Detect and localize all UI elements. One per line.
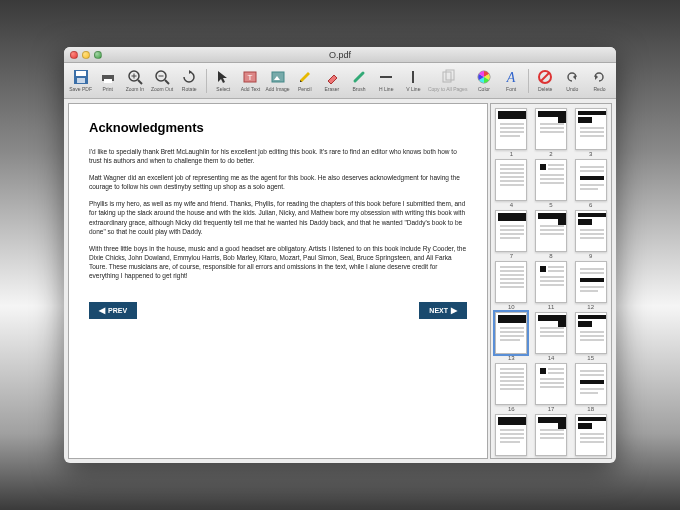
zoom-out-icon <box>154 69 170 85</box>
zoom-in-button[interactable]: Zoom In <box>122 65 147 97</box>
svg-rect-2 <box>77 78 85 83</box>
window-title: O.pdf <box>64 50 616 60</box>
separator <box>528 69 529 93</box>
paragraph: Matt Wagner did an excellent job of repr… <box>89 173 467 191</box>
thumbnail-number: 20 <box>548 457 555 459</box>
hline-button[interactable]: H Line <box>374 65 399 97</box>
thumbnail[interactable]: 6 <box>574 159 608 208</box>
thumbnail-number: 10 <box>508 304 515 310</box>
thumbnail-number: 11 <box>548 304 555 310</box>
thumbnail-number: 21 <box>587 457 594 459</box>
thumbnail[interactable]: 17 <box>534 363 568 412</box>
print-button[interactable]: Print <box>95 65 120 97</box>
zoom-in-icon <box>127 69 143 85</box>
svg-line-30 <box>541 73 549 81</box>
no-entry-icon <box>537 69 553 85</box>
font-button[interactable]: A Font <box>499 65 524 97</box>
redo-icon <box>591 69 607 85</box>
zoom-out-button[interactable]: Zoom Out <box>149 65 174 97</box>
thumbnail[interactable]: 2 <box>534 108 568 157</box>
vline-button[interactable]: V Line <box>401 65 426 97</box>
thumbnail[interactable]: 11 <box>534 261 568 310</box>
rotate-button[interactable]: Rotate <box>177 65 202 97</box>
thumbnail-number: 19 <box>508 457 515 459</box>
thumbnail-number: 5 <box>549 202 552 208</box>
undo-icon <box>564 69 580 85</box>
thumbnail-number: 16 <box>508 406 515 412</box>
pencil-icon <box>297 69 313 85</box>
save-pdf-button[interactable]: Save PDF <box>68 65 93 97</box>
copy-icon <box>440 69 456 85</box>
thumbnail[interactable]: 18 <box>574 363 608 412</box>
thumbnail[interactable]: 1 <box>494 108 528 157</box>
thumbnail-number: 1 <box>510 151 513 157</box>
svg-marker-31 <box>573 74 576 80</box>
next-button[interactable]: NEXT ▶ <box>419 302 467 319</box>
thumbnail[interactable]: 9 <box>574 210 608 259</box>
copy-all-pages-button[interactable]: Copy to All Pages <box>428 65 467 97</box>
vline-icon <box>405 69 421 85</box>
prev-button[interactable]: ◀ PREV <box>89 302 137 319</box>
thumbnail-number: 13 <box>508 355 515 361</box>
titlebar: O.pdf <box>64 47 616 63</box>
thumbnail-number: 8 <box>549 253 552 259</box>
thumbnail[interactable]: 14 <box>534 312 568 361</box>
thumbnail[interactable]: 10 <box>494 261 528 310</box>
brush-button[interactable]: Brush <box>346 65 371 97</box>
thumbnail-number: 9 <box>589 253 592 259</box>
thumbnail-number: 4 <box>510 202 513 208</box>
page-view: Acknowledgments I'd like to specially th… <box>68 103 488 459</box>
thumbnail[interactable]: 7 <box>494 210 528 259</box>
add-text-button[interactable]: T Add Text <box>238 65 263 97</box>
thumbnail-panel[interactable]: 123456789101112131415161718192021 <box>490 103 612 459</box>
thumbnail[interactable]: 5 <box>534 159 568 208</box>
thumbnail[interactable]: 12 <box>574 261 608 310</box>
arrow-right-icon: ▶ <box>451 306 457 315</box>
eraser-icon <box>324 69 340 85</box>
thumbnail[interactable]: 21 <box>574 414 608 459</box>
pencil-button[interactable]: Pencil <box>292 65 317 97</box>
eraser-button[interactable]: Eraser <box>319 65 344 97</box>
floppy-icon <box>73 69 89 85</box>
thumbnail[interactable]: 3 <box>574 108 608 157</box>
paragraph: With three little boys in the house, mus… <box>89 244 467 280</box>
svg-line-11 <box>165 80 169 84</box>
thumbnail-number: 6 <box>589 202 592 208</box>
thumbnail[interactable]: 19 <box>494 414 528 459</box>
svg-rect-17 <box>272 72 284 82</box>
color-wheel-icon <box>476 69 492 85</box>
undo-button[interactable]: Undo <box>560 65 585 97</box>
thumbnail-number: 2 <box>549 151 552 157</box>
content-area: Acknowledgments I'd like to specially th… <box>64 99 616 463</box>
image-icon <box>270 69 286 85</box>
svg-text:T: T <box>248 73 253 82</box>
app-window: O.pdf Save PDF Print Zoom In Zoom Out Ro… <box>64 47 616 463</box>
brush-icon <box>351 69 367 85</box>
thumbnail[interactable]: 16 <box>494 363 528 412</box>
hline-icon <box>378 69 394 85</box>
toolbar: Save PDF Print Zoom In Zoom Out Rotate S… <box>64 63 616 99</box>
svg-text:A: A <box>506 70 516 85</box>
select-button[interactable]: Select <box>211 65 236 97</box>
redo-button[interactable]: Redo <box>587 65 612 97</box>
svg-marker-32 <box>595 74 598 80</box>
thumbnail-number: 7 <box>510 253 513 259</box>
add-image-button[interactable]: Add Image <box>265 65 290 97</box>
svg-line-7 <box>138 80 142 84</box>
thumbnail-number: 12 <box>587 304 594 310</box>
svg-line-22 <box>355 73 363 81</box>
thumbnail-number: 3 <box>589 151 592 157</box>
svg-marker-14 <box>218 71 227 83</box>
svg-rect-5 <box>104 79 112 83</box>
paragraph: Phyllis is my hero, as well as my wife a… <box>89 199 467 235</box>
thumbnail[interactable]: 13 <box>494 312 528 361</box>
delete-button[interactable]: Delete <box>533 65 558 97</box>
paragraph: I'd like to specially thank Brett McLaug… <box>89 147 467 165</box>
thumbnail-number: 14 <box>548 355 555 361</box>
thumbnail[interactable]: 15 <box>574 312 608 361</box>
color-button[interactable]: Color <box>471 65 496 97</box>
thumbnail[interactable]: 20 <box>534 414 568 459</box>
thumbnail[interactable]: 8 <box>534 210 568 259</box>
font-icon: A <box>503 69 519 85</box>
thumbnail[interactable]: 4 <box>494 159 528 208</box>
